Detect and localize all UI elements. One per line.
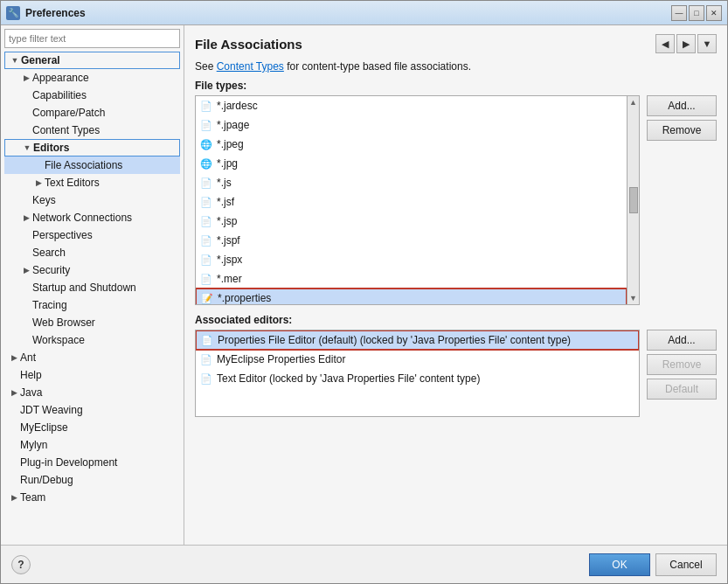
app-icon: 🔧 (6, 6, 20, 20)
back-button[interactable]: ◀ (655, 34, 675, 53)
sidebar-item-mylyn[interactable]: ▶ Mylyn (4, 436, 180, 454)
file-name: *.jsf (217, 196, 234, 208)
content-types-link[interactable]: Content Types (217, 60, 284, 73)
assoc-item-selected[interactable]: 📄 Properties File Editor (default) (lock… (196, 330, 639, 350)
sidebar-item-network-connections[interactable]: ▶ Network Connections (4, 209, 180, 226)
list-item[interactable]: 🌐 *.jpg (196, 154, 627, 173)
tree-item-label: Workspace (32, 334, 85, 346)
assoc-item[interactable]: 📄 Text Editor (locked by 'Java Propertie… (196, 369, 639, 388)
sidebar-item-team[interactable]: ▶ Team (4, 489, 180, 506)
sidebar-item-keys[interactable]: ▶ Keys (4, 191, 180, 209)
minimize-button[interactable]: — (671, 5, 687, 21)
file-list-wrapper: 📄 *.jardesc 📄 *.jpage 🌐 *.jpeg 🌐 (195, 95, 640, 305)
list-item[interactable]: 📄 *.jsf (196, 192, 627, 212)
file-icon: 📄 (199, 99, 213, 113)
tree-item-label: Perspectives (32, 229, 93, 241)
sidebar-item-content-types[interactable]: ▶ Content Types (4, 122, 180, 139)
sidebar-item-appearance[interactable]: ▶ Appearance (4, 69, 180, 87)
help-button[interactable]: ? (11, 555, 31, 574)
tree-item-label: File Associations (45, 159, 122, 171)
tree-item-label: Appearance (32, 72, 89, 84)
expander-icon: ▼ (21, 142, 33, 154)
tree-item-label: Security (32, 264, 70, 276)
list-item[interactable]: 📄 *.jardesc (196, 96, 627, 115)
tree-item-label: Content Types (32, 124, 100, 136)
filter-input[interactable] (4, 29, 180, 48)
assoc-remove-button[interactable]: Remove (647, 354, 717, 375)
list-item[interactable]: 📄 *.jsp (196, 212, 627, 231)
sidebar-item-file-associations[interactable]: ▶ File Associations (4, 156, 180, 174)
list-item[interactable]: 📄 *.jspx (196, 250, 627, 269)
file-icon: 📄 (199, 272, 213, 286)
tree-item-label: Java (20, 386, 42, 399)
preferences-window: 🔧 Preferences — □ ✕ ▼ General ▶ Appearan… (0, 0, 728, 584)
tree-item-label: Plug-in Development (20, 456, 117, 469)
sidebar-item-capabilities[interactable]: ▶ Capabilities (4, 87, 180, 104)
right-panel: File Associations ◀ ▶ ▼ See Content Type… (184, 25, 727, 545)
assoc-list[interactable]: 📄 Properties File Editor (default) (lock… (195, 330, 640, 417)
file-name: *.properties (218, 292, 271, 304)
list-item[interactable]: 📄 *.jspf (196, 231, 627, 250)
sidebar-item-compare-patch[interactable]: ▶ Compare/Patch (4, 104, 180, 122)
sidebar-item-jdt-weaving[interactable]: ▶ JDT Weaving (4, 401, 180, 419)
list-item[interactable]: 📄 *.js (196, 173, 627, 192)
expander-icon: ▶ (20, 212, 32, 224)
list-item[interactable]: 🌐 *.jpeg (196, 135, 627, 154)
file-name: *.mer (217, 273, 242, 285)
maximize-button[interactable]: □ (689, 5, 704, 21)
close-button[interactable]: ✕ (706, 5, 722, 21)
tree-item-label: Startup and Shutdown (32, 282, 136, 294)
assoc-add-button[interactable]: Add... (647, 330, 717, 351)
file-types-container: 📄 *.jardesc 📄 *.jpage 🌐 *.jpeg 🌐 (195, 95, 717, 305)
tree-item-label: Mylyn (20, 439, 47, 451)
ok-button[interactable]: OK (589, 553, 650, 576)
assoc-default-button[interactable]: Default (647, 379, 717, 400)
sidebar-item-security[interactable]: ▶ Security (4, 261, 180, 279)
sidebar-item-ant[interactable]: ▶ Ant (4, 349, 180, 366)
file-types-buttons: Add... Remove (647, 95, 717, 305)
sidebar-item-text-editors[interactable]: ▶ Text Editors (4, 174, 180, 191)
tree-item-label: Ant (20, 351, 36, 364)
tree: ▼ General ▶ Appearance ▶ Capabilities ▶ … (4, 52, 180, 541)
sidebar-item-tracing[interactable]: ▶ Tracing (4, 296, 180, 314)
file-list[interactable]: 📄 *.jardesc 📄 *.jpage 🌐 *.jpeg 🌐 (196, 96, 627, 304)
forward-button[interactable]: ▶ (676, 34, 696, 53)
cancel-button[interactable]: Cancel (655, 553, 717, 576)
file-add-button[interactable]: Add... (647, 95, 717, 116)
file-name: *.js (217, 177, 232, 189)
assoc-item[interactable]: 📄 MyEclipse Properties Editor (196, 350, 639, 369)
assoc-icon: 📄 (199, 352, 213, 366)
sidebar-item-java[interactable]: ▶ Java (4, 384, 180, 401)
assoc-section: 📄 Properties File Editor (default) (lock… (195, 330, 717, 417)
tree-item-label: Help (20, 369, 42, 381)
sidebar-item-myeclipse[interactable]: ▶ MyEclipse (4, 419, 180, 436)
sidebar-item-run-debug[interactable]: ▶ Run/Debug (4, 471, 180, 489)
expander-icon: ▶ (32, 177, 45, 189)
list-item[interactable]: 📄 *.mer (196, 269, 627, 289)
tree-item-general[interactable]: ▼ General (4, 52, 180, 69)
list-item[interactable]: 📄 *.jpage (196, 115, 627, 135)
file-name: *.jardesc (217, 100, 258, 112)
panel-title: File Associations (195, 37, 302, 52)
file-list-scrollbar[interactable]: ▲ ▼ (627, 96, 639, 304)
tree-item-label: MyEclipse (20, 421, 68, 434)
assoc-name: Properties File Editor (default) (locked… (218, 334, 571, 346)
sidebar-item-startup-shutdown[interactable]: ▶ Startup and Shutdown (4, 279, 180, 296)
assoc-icon: 📄 (200, 333, 214, 347)
sidebar-item-workspace[interactable]: ▶ Workspace (4, 331, 180, 349)
sidebar-item-web-browser[interactable]: ▶ Web Browser (4, 314, 180, 331)
sidebar-item-plugin-development[interactable]: ▶ Plug-in Development (4, 454, 180, 471)
file-icon: 📄 (199, 233, 213, 247)
file-remove-button[interactable]: Remove (647, 120, 717, 141)
sidebar-item-help[interactable]: ▶ Help (4, 366, 180, 384)
list-item-selected[interactable]: 📝 *.properties (196, 289, 627, 304)
tree-item-label: Compare/Patch (32, 107, 105, 119)
tree-item-editors[interactable]: ▼ Editors (4, 139, 180, 156)
sidebar-item-search[interactable]: ▶ Search (4, 244, 180, 261)
file-icon: 🌐 (199, 137, 213, 151)
tree-item-label: Run/Debug (20, 474, 73, 486)
file-icon: 📄 (199, 253, 213, 267)
sidebar-item-perspectives[interactable]: ▶ Perspectives (4, 226, 180, 244)
dropdown-button[interactable]: ▼ (697, 34, 717, 53)
assoc-editors-label: Associated editors: (195, 314, 717, 326)
